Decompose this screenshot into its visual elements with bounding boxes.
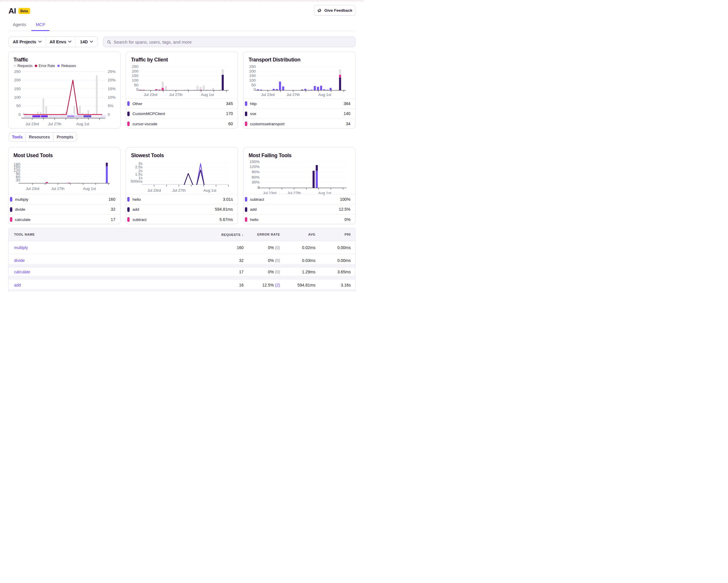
svg-text:0: 0 [19,112,21,117]
svg-text:90%: 90% [252,170,260,174]
svg-text:250: 250 [14,69,21,73]
svg-text:60%: 60% [252,175,260,179]
svg-text:250: 250 [132,64,138,69]
svg-text:Aug 1st: Aug 1st [76,122,89,126]
svg-text:150: 150 [249,73,256,78]
svg-text:Aug 1st: Aug 1st [83,186,96,191]
svg-text:15%: 15% [108,86,115,91]
svg-text:100: 100 [249,78,256,82]
svg-text:200: 200 [14,78,21,82]
svg-text:120%: 120% [250,164,260,169]
svg-text:50: 50 [16,104,21,108]
svg-text:Jul 23rd: Jul 23rd [26,186,39,191]
svg-text:5%: 5% [108,104,113,108]
svg-text:0: 0 [108,112,110,117]
svg-text:50: 50 [251,82,256,87]
svg-text:10%: 10% [108,95,115,99]
svg-text:Jul 27th: Jul 27th [287,93,300,97]
svg-text:Jul 23rd: Jul 23rd [261,93,275,97]
svg-text:100: 100 [132,78,138,82]
svg-text:200: 200 [132,69,138,73]
svg-text:30: 30 [16,178,20,182]
svg-text:Jul 27th: Jul 27th [48,122,61,126]
svg-text:Jul 27th: Jul 27th [51,186,64,191]
svg-text:150%: 150% [250,159,260,163]
svg-text:Jul 27th: Jul 27th [169,93,182,97]
svg-text:250: 250 [249,64,256,69]
svg-text:50: 50 [134,82,138,87]
svg-text:0: 0 [258,185,260,189]
svg-text:100: 100 [14,95,21,99]
svg-text:0: 0 [136,87,138,92]
svg-text:Jul 23rd: Jul 23rd [144,93,157,97]
svg-text:150: 150 [132,73,138,78]
svg-text:Jul 23rd: Jul 23rd [147,188,161,193]
svg-text:200: 200 [249,69,256,73]
svg-text:Jul 23rd: Jul 23rd [25,122,39,126]
svg-text:150: 150 [14,86,21,91]
svg-text:30%: 30% [252,180,260,184]
svg-text:20%: 20% [108,78,115,82]
svg-text:Aug 1st: Aug 1st [318,93,331,97]
svg-text:Aug 1st: Aug 1st [201,93,214,97]
svg-text:25%: 25% [108,69,115,73]
svg-text:Jul 27th: Jul 27th [172,188,185,193]
svg-text:0: 0 [254,87,256,92]
svg-text:Aug 1st: Aug 1st [203,188,216,193]
svg-text:500ms: 500ms [130,179,142,183]
